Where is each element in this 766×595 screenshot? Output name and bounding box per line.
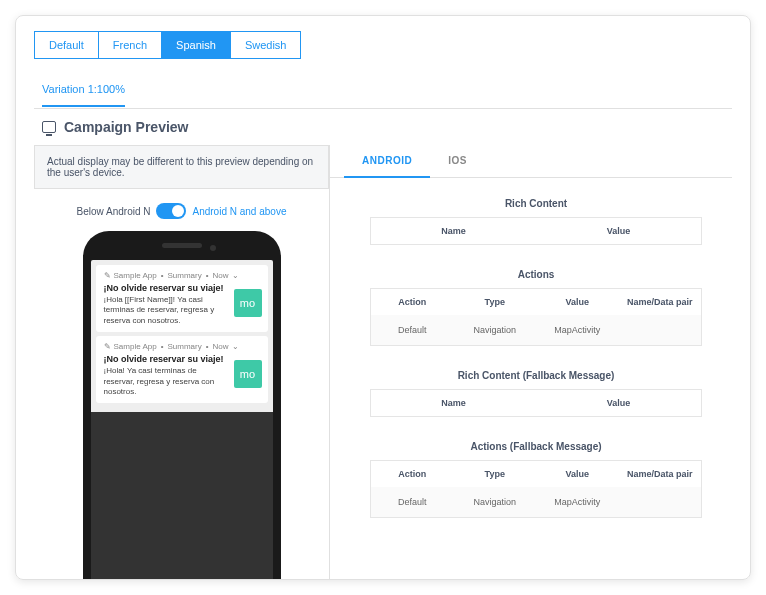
- notification-time: Now: [213, 342, 229, 351]
- table-row: Default Navigation MapActivity: [371, 487, 701, 517]
- app-container: Default French Spanish Swedish Variation…: [15, 15, 751, 580]
- locale-tabs: Default French Spanish Swedish: [34, 31, 732, 59]
- notification-summary: Summary: [167, 342, 201, 351]
- page-title: Campaign Preview: [64, 119, 189, 135]
- col-value: Value: [536, 398, 701, 408]
- chevron-down-icon: ⌄: [232, 271, 239, 280]
- notification-meta: ✎ Sample App Summary Now ⌄: [104, 271, 260, 280]
- locale-tab-french[interactable]: French: [98, 31, 162, 59]
- chevron-down-icon: ⌄: [232, 342, 239, 351]
- table-header: Name Value: [371, 390, 701, 416]
- cell-type: Navigation: [454, 325, 537, 335]
- cell-value: MapActivity: [536, 497, 619, 507]
- col-value: Value: [536, 226, 701, 236]
- notification-summary: Summary: [167, 271, 201, 280]
- actions-section: Actions Action Type Value Name/Data pair…: [370, 269, 702, 346]
- cell-type: Navigation: [454, 497, 537, 507]
- rich-content-fallback-table: Name Value: [370, 389, 702, 417]
- col-name-data: Name/Data pair: [619, 297, 702, 307]
- table-row: Default Navigation MapActivity: [371, 315, 701, 345]
- variation-tab[interactable]: Variation 1:100%: [42, 83, 125, 107]
- rich-content-fallback-section: Rich Content (Fallback Message) Name Val…: [370, 370, 702, 417]
- col-name: Name: [371, 226, 536, 236]
- disclaimer-text: Actual display may be different to this …: [34, 145, 329, 189]
- actions-table: Action Type Value Name/Data pair Default…: [370, 288, 702, 346]
- cell-value: MapActivity: [536, 325, 619, 335]
- notification-app: Sample App: [114, 342, 157, 351]
- notification-time: Now: [213, 271, 229, 280]
- android-version-toggle[interactable]: [156, 203, 186, 219]
- notification-meta: ✎ Sample App Summary Now ⌄: [104, 342, 260, 351]
- table-header: Action Type Value Name/Data pair: [371, 289, 701, 315]
- notification-app-icon: mo: [234, 360, 262, 388]
- locale-tab-swedish[interactable]: Swedish: [230, 31, 302, 59]
- col-type: Type: [454, 297, 537, 307]
- actions-fallback-section: Actions (Fallback Message) Action Type V…: [370, 441, 702, 518]
- col-name: Name: [371, 398, 536, 408]
- phone-camera: [210, 245, 216, 251]
- actions-fallback-table: Action Type Value Name/Data pair Default…: [370, 460, 702, 518]
- divider: [34, 108, 732, 109]
- toggle-knob: [172, 205, 184, 217]
- toggle-label-left: Below Android N: [77, 206, 151, 217]
- col-value: Value: [536, 297, 619, 307]
- notification-tray: ✎ Sample App Summary Now ⌄ ¡No olvide re…: [91, 260, 273, 412]
- platform-tab-android[interactable]: ANDROID: [344, 145, 430, 178]
- tables-area: Rich Content Name Value Actions Action T…: [330, 178, 732, 518]
- cell-name-data: [619, 325, 702, 335]
- monitor-icon: [42, 121, 56, 133]
- section-title: Rich Content: [370, 198, 702, 209]
- dot-separator: [205, 342, 210, 351]
- section-title: Actions (Fallback Message): [370, 441, 702, 452]
- platform-tab-ios[interactable]: IOS: [430, 145, 485, 177]
- notification-card: ✎ Sample App Summary Now ⌄ ¡No olvide re…: [96, 265, 268, 332]
- notification-card: ✎ Sample App Summary Now ⌄ ¡No olvide re…: [96, 336, 268, 403]
- locale-tab-default[interactable]: Default: [34, 31, 99, 59]
- notification-app-icon: mo: [234, 289, 262, 317]
- section-title: Actions: [370, 269, 702, 280]
- notification-app: Sample App: [114, 271, 157, 280]
- phone-speaker: [162, 243, 202, 248]
- cell-name-data: [619, 497, 702, 507]
- cell-action: Default: [371, 325, 454, 335]
- dot-separator: [205, 271, 210, 280]
- dot-separator: [160, 342, 165, 351]
- locale-tab-spanish[interactable]: Spanish: [161, 31, 231, 59]
- rich-content-section: Rich Content Name Value: [370, 198, 702, 245]
- android-version-toggle-row: Below Android N Android N and above: [34, 203, 329, 219]
- col-value: Value: [536, 469, 619, 479]
- col-action: Action: [371, 469, 454, 479]
- table-header: Action Type Value Name/Data pair: [371, 461, 701, 487]
- phone-mockup: ✎ Sample App Summary Now ⌄ ¡No olvide re…: [83, 231, 281, 580]
- preview-header: Campaign Preview: [34, 119, 732, 135]
- variation-tabs: Variation 1:100%: [34, 77, 732, 105]
- phone-screen: ✎ Sample App Summary Now ⌄ ¡No olvide re…: [91, 260, 273, 580]
- col-type: Type: [454, 469, 537, 479]
- cell-action: Default: [371, 497, 454, 507]
- dot-separator: [160, 271, 165, 280]
- preview-panel: Actual display may be different to this …: [34, 145, 329, 580]
- platform-tabs: ANDROID IOS: [330, 145, 732, 178]
- content-row: Actual display may be different to this …: [34, 145, 732, 580]
- col-action: Action: [371, 297, 454, 307]
- toggle-label-right: Android N and above: [192, 206, 286, 217]
- section-title: Rich Content (Fallback Message): [370, 370, 702, 381]
- pencil-icon: ✎: [104, 271, 111, 280]
- rich-content-table: Name Value: [370, 217, 702, 245]
- table-header: Name Value: [371, 218, 701, 244]
- pencil-icon: ✎: [104, 342, 111, 351]
- col-name-data: Name/Data pair: [619, 469, 702, 479]
- details-panel: ANDROID IOS Rich Content Name Value Acti…: [329, 145, 732, 580]
